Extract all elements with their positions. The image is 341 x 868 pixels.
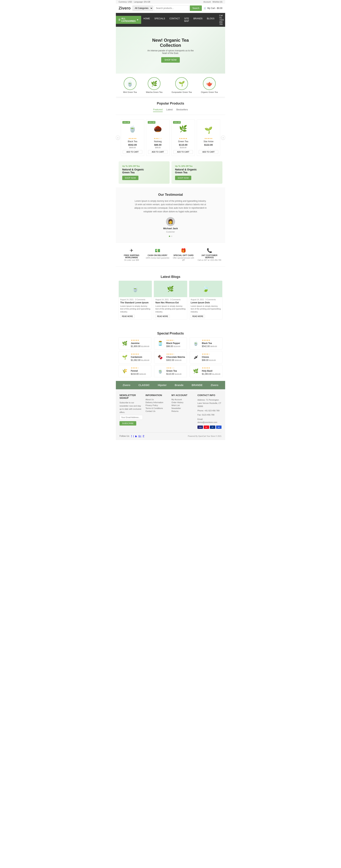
tab-featured[interactable]: Featured (153, 108, 162, 112)
read-more-button-3[interactable]: READ MORE (191, 315, 205, 318)
twitter-link[interactable]: t (133, 435, 134, 437)
youtube-link[interactable]: ▶ (135, 435, 137, 437)
nav-sitemap[interactable]: SITE MAP (182, 16, 191, 24)
search-input[interactable] (154, 5, 189, 11)
product-price: $542.00 (123, 144, 142, 146)
brand-hipster[interactable]: Hipster (158, 384, 166, 386)
add-to-cart-button[interactable]: ADD TO CART (174, 150, 193, 154)
wishlist-link[interactable]: Wishlist (0) (213, 1, 222, 3)
cat-gunpowder-green-tea[interactable]: 🌱 Gunpowder Green Tea (172, 77, 192, 93)
account-link[interactable]: Account (204, 1, 211, 3)
tab-bestsellers[interactable]: Bestsellers (176, 108, 188, 112)
product-image: 🍵 (123, 121, 142, 136)
blog-title-1: The Standard Lorem Ipsum (120, 301, 150, 304)
footer-terms-conditions[interactable]: Terms & Conditions (146, 407, 169, 409)
dot-2[interactable] (171, 236, 172, 237)
add-to-cart-button[interactable]: ADD TO CART (148, 150, 167, 154)
nav-contact[interactable]: CONTACT (167, 16, 182, 24)
footer-returns[interactable]: Returns (172, 410, 195, 412)
testimonial-dots (121, 236, 220, 237)
special-item-cardamom: 🌱 ★★★★★ Cardamom $1,062.00 $1,200.00 (119, 351, 151, 364)
blog-image-1: 🍵 (119, 281, 152, 297)
special-item-jasmine: 🌿 ★★★★★ Jasmine $1,800.00 $2,000.00 (119, 337, 151, 350)
search-button[interactable]: Search (190, 5, 202, 11)
footer-about-us[interactable]: About Us (146, 398, 169, 401)
subscribe-button[interactable]: SUBSCRIBE (120, 421, 136, 426)
hero-shop-now-button[interactable]: SHOP NOW (161, 57, 180, 63)
blog-card-1: 🍵 August 14, 2021 · 3 Comments The Stand… (119, 281, 152, 320)
product-image: 🌱 (199, 121, 218, 136)
product-card-nutmeg: 10% Off 🌰 ★★★☆☆ Nutmeg $88.00 $98.00 ADD… (146, 119, 169, 156)
brand-classic[interactable]: CLASSIC (138, 384, 150, 386)
category-select[interactable]: All Categories (132, 5, 153, 11)
brand-zivero-2[interactable]: Zivero (211, 384, 218, 386)
cart-area[interactable]: 🛒 My Cart - $0.00 (204, 7, 222, 9)
cat-matcha-label: Matcha Green Tea (146, 91, 162, 93)
footer-bottom: Follow Us: f t ▶ G+ P Powered By OpenCar… (120, 432, 221, 437)
product-name: Green Tea (174, 140, 193, 143)
feature-support-title: 24/7 CUSTOMER SERVICE (197, 254, 222, 258)
cat-mint-label: Mint Green Tea (123, 91, 137, 93)
products-next-arrow[interactable]: › (221, 136, 225, 140)
product-price: $88.00 (148, 144, 167, 146)
read-more-button-1[interactable]: READ MORE (120, 315, 135, 318)
footer-order-history[interactable]: Order History (172, 401, 195, 403)
special-chocolate-matcha-price: $302.00 (166, 359, 174, 362)
cat-organic-green-tea[interactable]: 🫖 Organic Green Tea (201, 77, 218, 93)
logo[interactable]: Zivero (119, 6, 131, 10)
add-to-cart-button[interactable]: ADD TO CART (199, 150, 218, 154)
promo-shop-now-1[interactable]: SHOP NOW (122, 176, 138, 180)
blogs-title: Latest Blogs (119, 270, 222, 281)
cod-icon: 💵 (146, 248, 170, 253)
language-selector[interactable]: Language: EN-GB (134, 1, 150, 3)
nav-brands[interactable]: BRANDS (191, 16, 205, 24)
newsletter-email-input[interactable] (120, 415, 143, 420)
special-products-section: Special Products 🌿 ★★★★★ Jasmine $1,800.… (116, 323, 225, 381)
all-categories-button[interactable]: ☰ ALL CATEGORIES ▼ (116, 16, 141, 24)
special-black-pepper-old-price: $110.00 (174, 345, 180, 347)
contact-phone: Phone: +81 023 456 789 (197, 409, 221, 412)
brand-brande-2[interactable]: BRANDE (192, 384, 203, 386)
hero-content: New! Organic TeaCollection An intense pa… (121, 38, 220, 63)
facebook-link[interactable]: f (131, 435, 132, 437)
special-holy-basil-image: 🌿 (191, 367, 200, 376)
dot-1[interactable] (169, 236, 170, 237)
footer-contact-us[interactable]: Contact Us (146, 410, 169, 412)
nav-specials[interactable]: SPECIALS (152, 16, 167, 24)
cat-mint-green-tea[interactable]: 🍵 Mint Green Tea (123, 77, 137, 93)
add-to-cart-button[interactable]: ADD TO CART (123, 150, 142, 154)
tea-categories-row: 🍵 Mint Green Tea 🌿 Matcha Green Tea 🌱 Gu… (116, 73, 225, 97)
nav-home[interactable]: HOME (141, 16, 152, 24)
cat-matcha-green-tea[interactable]: 🌿 Matcha Green Tea (146, 77, 162, 93)
special-black-tea-info: ★★★★★ Black Tea $542.00 $600.00 (202, 339, 221, 348)
product-old-price (199, 147, 218, 149)
brand-zivero[interactable]: Zivero (123, 384, 130, 386)
product-image: 🌿 (174, 121, 193, 136)
footer-newsletter-link[interactable]: Newsletter (172, 407, 195, 409)
promo-shop-now-2[interactable]: SHOP NOW (175, 176, 191, 180)
products-prev-arrow[interactable]: ‹ (116, 136, 120, 140)
footer-delivery-information[interactable]: Delivery Information (146, 401, 169, 403)
contact-title: CONTACT INFO (197, 394, 221, 397)
nav-blogs[interactable]: BLOGS (205, 16, 217, 24)
read-more-button-2[interactable]: READ MORE (155, 315, 170, 318)
special-green-tea-stars: ★★★☆☆ (166, 367, 185, 369)
special-jasmine-name: Jasmine (131, 342, 150, 344)
cart-label[interactable]: My Cart - $0.00 (207, 7, 222, 9)
product-badge: 10% Off (122, 121, 130, 124)
footer-privacy-policy[interactable]: Privacy Policy (146, 404, 169, 406)
special-black-tea-image: 🍵 (191, 339, 200, 348)
footer-wish-list[interactable]: Wish List (172, 404, 195, 406)
tab-latest[interactable]: Latest (166, 108, 173, 112)
feature-shipping-title: FREE SHIPPING WORLDWIDE (120, 254, 144, 258)
google-plus-link[interactable]: G+ (138, 435, 142, 437)
testimonial-section: Our Testimonial Lorem Ipsum is simply du… (116, 187, 225, 242)
pinterest-link[interactable]: P (143, 435, 144, 437)
special-holy-basil-stars: ★★★★★ (202, 367, 221, 369)
footer-my-account-link[interactable]: My Account (172, 398, 195, 401)
footer-contact: CONTACT INFO Address: 71 Pennington Lane… (197, 394, 221, 429)
brand-brande-1[interactable]: Brande (175, 384, 183, 386)
feature-cod-desc: 100% money back guarantee (146, 257, 170, 259)
promo-title-2: Natural & OrganicGreen Tea (175, 168, 219, 174)
currency-selector[interactable]: Currency: USD (119, 1, 132, 3)
